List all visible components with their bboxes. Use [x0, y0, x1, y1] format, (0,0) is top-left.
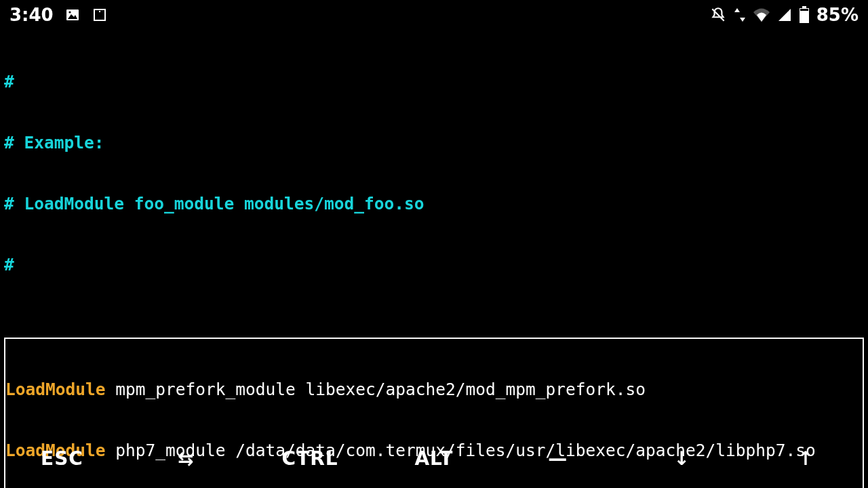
square-dot-icon — [92, 7, 108, 23]
svg-marker-7 — [740, 18, 745, 22]
cell-signal-icon — [777, 7, 792, 22]
key-alt[interactable]: ALT — [373, 447, 494, 470]
code-keyword: LoadModule — [5, 380, 106, 399]
svg-marker-6 — [734, 8, 740, 12]
svg-point-2 — [68, 11, 71, 13]
svg-marker-8 — [778, 9, 791, 21]
wifi-icon — [753, 7, 770, 22]
data-arrows-icon — [734, 7, 746, 23]
key-esc[interactable]: ESC — [1, 447, 123, 470]
key-arrow-down[interactable]: ↓ — [621, 447, 743, 470]
svg-rect-11 — [800, 9, 808, 11]
code-line: # — [4, 72, 14, 92]
code-line: # — [4, 255, 14, 274]
android-status-bar: 3:40 85% — [0, 0, 868, 30]
clock: 3:40 — [9, 5, 54, 25]
notifications-off-icon — [709, 6, 727, 24]
svg-rect-9 — [802, 6, 806, 8]
key-tab[interactable]: ⇆ — [125, 447, 247, 470]
key-arrow-up[interactable]: ↑ — [745, 447, 867, 470]
battery-percent: 85% — [816, 5, 859, 25]
svg-rect-4 — [99, 11, 100, 12]
key-ctrl[interactable]: CTRL — [250, 447, 371, 470]
key-dash[interactable]: — — [497, 447, 618, 470]
code-line: # LoadModule foo_module modules/mod_foo.… — [4, 194, 425, 214]
terminal-editor[interactable]: # # Example: # LoadModule foo_module mod… — [0, 30, 868, 488]
termux-extra-keys: ESC ⇆ CTRL ALT — ↓ ↑ — [0, 438, 868, 479]
battery-icon — [799, 6, 810, 24]
picture-icon — [64, 7, 81, 23]
code-line: # Example: — [4, 133, 104, 152]
code-text: mpm_prefork_module libexec/apache2/mod_m… — [106, 380, 646, 399]
